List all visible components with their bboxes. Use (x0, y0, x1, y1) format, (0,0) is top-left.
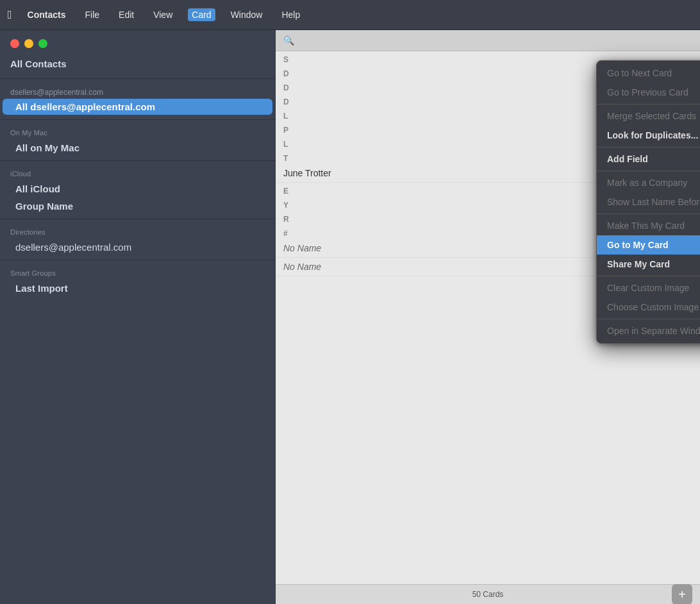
menubar:  Contacts File Edit View Card Window He… (0, 0, 700, 30)
search-bar: 🔍 (276, 30, 700, 51)
menu-item-merge-cards[interactable]: Merge Selected Cards ⇧⌘L (597, 106, 700, 126)
menubar-card[interactable]: Card (188, 8, 215, 21)
fullscreen-button[interactable] (38, 39, 47, 48)
menu-item-last-name-first[interactable]: Show Last Name Before First (597, 192, 700, 212)
menu-item-go-prev-card[interactable]: Go to Previous Card ⌘[ (597, 83, 700, 102)
menu-label-go-prev-card: Go to Previous Card (607, 87, 688, 97)
sidebar-label-directories: Directories (10, 228, 265, 236)
menu-item-mark-company[interactable]: Mark as a Company ⌘\ (597, 173, 700, 192)
card-menu-dropdown: Go to Next Card ⌘] Go to Previous Card ⌘… (596, 60, 700, 344)
menubar-view[interactable]: View (149, 8, 176, 21)
menu-item-make-my-card[interactable]: Make This My Card (597, 216, 700, 235)
menu-sep-2 (597, 147, 700, 147)
menu-item-look-duplicates[interactable]: Look for Duplicates... (597, 126, 700, 145)
menubar-window[interactable]: Window (227, 8, 267, 21)
menu-item-open-separate[interactable]: Open in Separate Window ⌘I (597, 321, 700, 340)
menu-item-choose-image[interactable]: Choose Custom Image... ⌥⌘I (597, 298, 700, 317)
menubar-file[interactable]: File (81, 8, 103, 21)
menu-sep-4 (597, 214, 700, 214)
sidebar-section-directories: Directories (0, 223, 275, 239)
menu-item-clear-image[interactable]: Clear Custom Image (597, 278, 700, 298)
add-contact-button[interactable]: + (672, 584, 692, 604)
traffic-lights (0, 30, 275, 55)
apple-menu[interactable]:  (8, 8, 12, 22)
menu-sep-5 (597, 276, 700, 276)
menu-label-mark-company: Mark as a Company (607, 178, 687, 188)
menu-label-look-duplicates: Look for Duplicates... (607, 130, 698, 140)
menu-label-clear-image: Clear Custom Image (607, 283, 689, 293)
menu-label-share-my-card: Share My Card (607, 259, 670, 269)
divider5 (0, 260, 275, 260)
menu-label-make-my-card: Make This My Card (607, 221, 685, 231)
sidebar-section-smartgroups: Smart Groups (0, 264, 275, 280)
sidebar-label-smartgroups: Smart Groups (10, 269, 265, 277)
cards-count: 50 Cards (472, 590, 504, 599)
menu-label-go-my-card: Go to My Card (607, 240, 669, 250)
divider2 (0, 119, 275, 120)
menu-item-go-my-card[interactable]: Go to My Card ⇧⌘M (597, 235, 700, 255)
sidebar-section-onmymac: On My Mac (0, 124, 275, 139)
divider (0, 78, 275, 79)
sidebar-item-all-icloud[interactable]: All iCloud (3, 181, 272, 197)
sidebar-item-all-dsellers[interactable]: All dsellers@applecentral.com (3, 99, 272, 115)
sidebar-all-contacts[interactable]: All Contacts (0, 55, 275, 74)
contact-area: 🔍 S D D D L P L T June Trotter E Y R # N… (276, 30, 700, 604)
menu-sep-3 (597, 171, 700, 171)
divider3 (0, 160, 275, 161)
main-layout: All Contacts dsellers@applecentral.com A… (0, 30, 700, 604)
sidebar-item-last-import[interactable]: Last Import (3, 280, 272, 296)
sidebar: All Contacts dsellers@applecentral.com A… (0, 30, 276, 604)
menu-item-add-field[interactable]: Add Field ▶ (597, 149, 700, 169)
menu-label-add-field: Add Field (607, 154, 648, 164)
menubar-contacts[interactable]: Contacts (24, 8, 70, 21)
sidebar-account-dsellers: dsellers@applecentral.com (0, 83, 275, 98)
search-icon: 🔍 (283, 35, 294, 46)
menubar-edit[interactable]: Edit (115, 8, 138, 21)
menu-label-go-next-card: Go to Next Card (607, 68, 672, 78)
menu-item-go-next-card[interactable]: Go to Next Card ⌘] (597, 63, 700, 83)
minimize-button[interactable] (24, 39, 33, 48)
sidebar-item-group-name[interactable]: Group Name (3, 198, 272, 214)
sidebar-label-icloud: iCloud (10, 170, 265, 178)
menu-sep-1 (597, 104, 700, 105)
menu-label-choose-image: Choose Custom Image... (607, 302, 700, 312)
divider4 (0, 219, 275, 219)
sidebar-item-all-onmymac[interactable]: All on My Mac (3, 140, 272, 156)
sidebar-item-directories-dsellers[interactable]: dsellers@applecentral.com (3, 239, 272, 255)
bottom-bar: 50 Cards + (276, 584, 700, 604)
menu-item-share-my-card[interactable]: Share My Card ▶ (597, 255, 700, 274)
menu-label-last-name-first: Show Last Name Before First (607, 197, 700, 207)
menu-label-open-separate: Open in Separate Window (607, 326, 700, 336)
menubar-help[interactable]: Help (278, 8, 304, 21)
sidebar-section-icloud: iCloud (0, 165, 275, 180)
close-button[interactable] (10, 39, 19, 48)
menu-label-merge-cards: Merge Selected Cards (607, 111, 696, 121)
sidebar-label-onmymac: On My Mac (10, 129, 265, 137)
menu-sep-6 (597, 319, 700, 319)
